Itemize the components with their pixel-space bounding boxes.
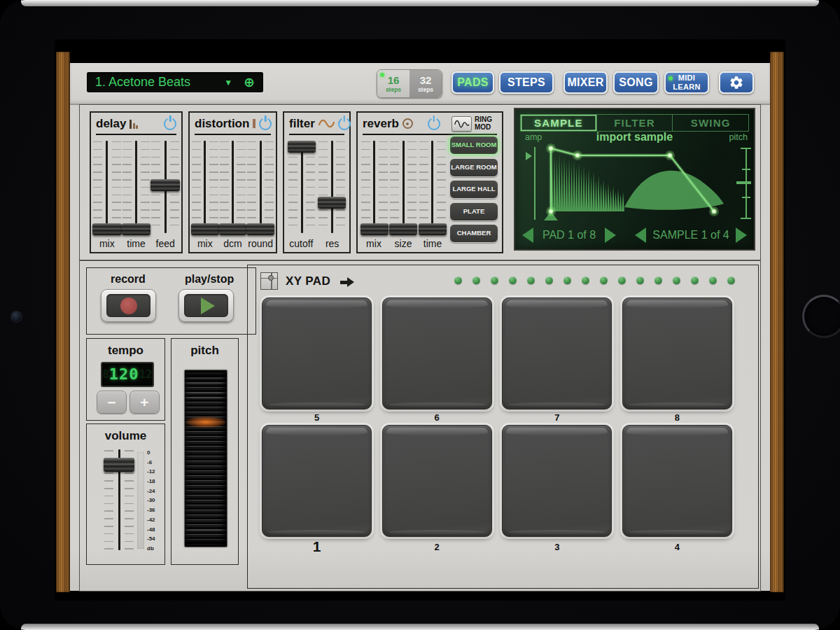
volume-scale-mark: -6 [147,460,155,465]
nav-button-settings[interactable] [719,71,754,94]
step-led [454,276,462,284]
reverb-time-handle[interactable] [419,223,447,235]
ring-mod-label: RING MOD [475,116,497,132]
filter-cutoff-slider[interactable] [288,139,316,234]
delay-mix-handle[interactable] [92,223,122,235]
fx-panel-header: delay [96,116,176,135]
volume-handle[interactable] [104,458,134,472]
record-button[interactable] [101,289,156,322]
drum-pad-5[interactable] [262,298,372,410]
nav-button-mixer[interactable]: MIXER [564,71,608,94]
delay-power-button[interactable] [164,118,176,130]
drum-pad-4[interactable] [622,425,732,537]
tempo-increase-button[interactable]: + [130,391,160,414]
pitch-indicator-glow [186,416,225,428]
record-label: record [111,273,146,286]
record-button-face [106,294,150,317]
pad-next-arrow[interactable] [605,227,616,243]
fx-slider-labels: mixdcmround [190,234,276,252]
display-tab-swing[interactable]: SWING [673,115,748,131]
drum-pad-1[interactable] [262,425,372,537]
reverb-mix-slider[interactable] [360,139,388,234]
fx-sliders [91,135,181,234]
slider-ticks [122,141,132,232]
play-stop-button[interactable] [178,289,234,322]
nav-button-midi-learn[interactable]: MIDI LEARN [664,71,709,94]
delay-time-handle[interactable] [122,223,151,235]
drum-pad-2[interactable] [382,425,492,537]
slider-label-time: time [418,238,447,249]
reverb-mix-handle[interactable] [360,223,388,235]
filter-icon [318,119,335,128]
preset-display[interactable]: 1. Acetone Beats ▼ ⊕ [87,72,263,92]
distortion-mix-handle[interactable] [191,223,219,235]
slider-ticks [265,141,274,232]
filter-cutoff-handle[interactable] [288,141,316,153]
slider-label-time: time [122,238,151,249]
distortion-round-handle[interactable] [246,223,274,235]
steps-toggle-32[interactable]: 32steps [410,70,442,97]
reverb-room-plate[interactable]: PLATE [449,202,498,221]
tempo-decrease-button[interactable]: − [97,391,127,414]
slider-ticks [336,141,345,232]
volume-scale-mark: -12 [147,469,155,475]
slider-label-res: res [317,238,348,249]
filter-res-handle[interactable] [318,197,346,209]
distortion-power-button[interactable] [259,118,272,130]
nav-button-steps[interactable]: STEPS [499,71,554,94]
sample-pitch-slider[interactable] [736,148,751,218]
sample-next-arrow[interactable] [736,227,747,243]
nav-button-song[interactable]: SONG [613,71,659,94]
reverb-room-chamber[interactable]: CHAMBER [449,224,498,243]
reverb-size-slider[interactable] [389,139,417,234]
add-preset-icon[interactable]: ⊕ [244,76,255,89]
pitch-wheel[interactable] [184,370,227,547]
display-tab-filter[interactable]: FILTER [597,115,673,131]
drum-pad-8[interactable] [622,298,732,410]
amp-marker-icon[interactable] [526,152,532,160]
room-label: LARGE HALL [452,186,495,193]
distortion-round-slider[interactable] [246,139,274,234]
display-tab-sample[interactable]: SAMPLE [521,115,597,131]
steps-toggle-16[interactable]: 16steps [377,70,410,97]
delay-feed-handle[interactable] [150,179,180,191]
distortion-dcm-handle[interactable] [219,223,247,235]
reverb-power-button[interactable] [428,118,440,130]
sample-pitch-label: pitch [729,132,748,142]
waveform-envelope-editor[interactable] [521,143,751,223]
reverb-room-large-hall[interactable]: LARGE HALL [449,180,498,199]
fx-panel-header: filter [289,116,344,135]
nav-button-pads[interactable]: PADS [451,71,494,94]
slider-label-mix: mix [191,238,219,249]
home-button[interactable] [802,295,840,338]
tempo-value: 120 [109,367,139,382]
reverb-icon [402,118,413,129]
fx-panel-header: distortion [195,116,271,135]
reverb-room-small-room[interactable]: SMALL ROOM [449,136,498,155]
import-sample-button[interactable]: import sample [515,131,754,144]
reverb-size-handle[interactable] [389,223,417,235]
filter-res-slider[interactable] [318,139,346,234]
drum-pad-3[interactable] [502,425,612,537]
distortion-mix-slider[interactable] [191,139,219,234]
volume-slider[interactable] [104,448,134,552]
xy-pad-icon[interactable] [260,272,278,290]
drum-pad-7[interactable] [502,298,612,410]
delay-feed-slider[interactable] [150,139,180,234]
play-button-face [184,294,228,317]
pad-prev-arrow[interactable] [522,227,533,243]
delay-mix-slider[interactable] [92,139,122,234]
sample-prev-arrow[interactable] [635,227,646,243]
filter-power-button[interactable] [338,118,351,130]
drum-pad-6[interactable] [382,298,492,410]
fx-panel-distortion: distortionmixdcmround [188,111,277,253]
reverb-time-slider[interactable] [419,139,447,234]
distortion-dcm-slider[interactable] [219,139,247,234]
slider-ticks [437,141,446,232]
reverb-room-large-room[interactable]: LARGE ROOM [449,158,498,177]
ring-mod-button[interactable] [451,116,472,132]
slider-ticks [112,141,121,232]
delay-time-slider[interactable] [122,139,151,234]
fx-sliders [190,135,276,234]
dropdown-icon[interactable]: ▼ [224,78,232,88]
